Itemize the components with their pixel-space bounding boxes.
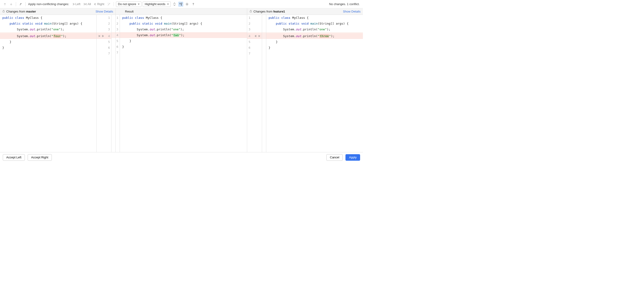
- separator: [25, 2, 26, 6]
- code-line: }: [120, 44, 247, 50]
- gutter-strip: [112, 38, 116, 44]
- code-line: System.out.println("four");: [0, 33, 96, 39]
- apply-label: Apply non-conflicting changes:: [28, 2, 69, 6]
- right-pane[interactable]: public class MyClass { public static voi…: [266, 15, 363, 152]
- footer: Accept Left Accept Right Cancel Apply: [0, 152, 363, 162]
- left-header: Changes from master Show Details: [0, 8, 116, 15]
- code-line: public class MyClass {: [0, 15, 96, 21]
- gutter-line: 1: [247, 15, 262, 21]
- gutter-line: 3: [247, 26, 262, 32]
- diff-body: public class MyClass { public static voi…: [0, 15, 363, 152]
- separator: [16, 2, 16, 6]
- ignore-icon[interactable]: [98, 35, 100, 37]
- right-title: Changes from feature1: [254, 10, 342, 13]
- apply-right-link[interactable]: Right: [93, 2, 105, 6]
- gutter-line: 2: [247, 21, 262, 26]
- code-line: }: [266, 45, 363, 51]
- pane-headers: Changes from master Show Details Result …: [0, 8, 363, 15]
- gutter-line: 6: [116, 44, 120, 50]
- lock-icon: [250, 10, 252, 13]
- code-line: System.out.println("one");: [266, 26, 363, 32]
- gutter-strip: [112, 26, 116, 32]
- gutter-line: 3: [116, 26, 120, 32]
- gutter-strip: [112, 44, 116, 50]
- gutter-line: 6: [97, 45, 111, 51]
- result-header: Result: [116, 8, 247, 15]
- code-line: public static void main(String[] args) {: [266, 21, 363, 26]
- code-line: System.out.println("one");: [0, 26, 96, 32]
- gutter-line: 4: [97, 33, 111, 39]
- code-line: public class MyClass {: [266, 15, 363, 21]
- cancel-button[interactable]: Cancel: [326, 154, 343, 161]
- svg-rect-2: [3, 11, 4, 12]
- code-line: }: [120, 38, 247, 44]
- settings-icon[interactable]: [184, 2, 190, 7]
- magic-resolve-icon[interactable]: [106, 2, 112, 7]
- lock-icon: [2, 10, 5, 13]
- gutter-line: 4: [247, 33, 262, 39]
- code-line: [120, 50, 247, 55]
- code-line: public class MyClass {: [120, 15, 247, 21]
- gutter-strip: [262, 51, 266, 56]
- apply-button[interactable]: Apply: [346, 154, 360, 161]
- gutter-line: 5: [247, 39, 262, 45]
- gutter-strip: [262, 33, 266, 39]
- accept-right-button[interactable]: Accept Right: [28, 154, 52, 161]
- sync-scroll-icon[interactable]: [178, 2, 183, 7]
- separator: [114, 2, 114, 6]
- show-details-right[interactable]: Show Details: [343, 10, 360, 13]
- accept-icon[interactable]: [254, 35, 258, 37]
- svg-point-1: [186, 4, 188, 5]
- gutter-line: 1: [97, 15, 111, 21]
- code-line: }: [0, 39, 96, 45]
- code-line: [0, 51, 96, 56]
- accept-icon[interactable]: [101, 35, 104, 37]
- code-line: System.out.println("two");: [120, 32, 247, 38]
- apply-left-link[interactable]: Left: [71, 2, 81, 6]
- collapse-icon[interactable]: [172, 2, 177, 7]
- left-pane[interactable]: public class MyClass { public static voi…: [0, 15, 97, 152]
- code-line: System.out.println("three");: [266, 33, 363, 39]
- gutter-line: 2: [97, 21, 111, 26]
- gutter-line: 3: [97, 26, 111, 32]
- code-line: }: [266, 39, 363, 45]
- next-diff-icon[interactable]: [8, 2, 14, 7]
- gutter-strip: [112, 50, 116, 55]
- gutter-strip: [112, 32, 116, 38]
- right-header: Changes from feature1 Show Details: [247, 8, 363, 15]
- accept-left-button[interactable]: Accept Left: [3, 154, 25, 161]
- gutter-line: 7: [116, 50, 120, 55]
- gutter-line: 7: [97, 51, 111, 56]
- toolbar: Apply non-conflicting changes: Left All …: [0, 0, 363, 8]
- prev-diff-icon[interactable]: [2, 2, 8, 7]
- show-details-left[interactable]: Show Details: [96, 10, 113, 13]
- compare-icon[interactable]: [18, 2, 23, 7]
- code-line: public static void main(String[] args) {: [0, 21, 96, 26]
- left-gutter: 1234567: [97, 15, 112, 152]
- gutter-strip: [262, 15, 266, 21]
- apply-all-link[interactable]: All: [82, 2, 92, 6]
- svg-point-0: [181, 3, 182, 4]
- left-title: Changes from master: [6, 10, 94, 13]
- code-line: [266, 51, 363, 56]
- gutter-line: 2: [116, 21, 120, 26]
- ignore-icon[interactable]: [258, 35, 260, 37]
- right-marker: [262, 15, 266, 152]
- code-line: public static void main(String[] args) {: [120, 21, 247, 26]
- gutter-strip: [262, 21, 266, 26]
- svg-rect-3: [250, 11, 252, 12]
- gutter-line: 1: [116, 15, 120, 21]
- right-gutter: 1234567: [247, 15, 262, 152]
- gutter-strip: [262, 45, 266, 51]
- highlight-select[interactable]: Highlight words: [143, 1, 171, 7]
- gutter-line: 4: [116, 32, 120, 38]
- status-text: No changes. 1 conflict.: [329, 2, 360, 6]
- code-line: System.out.println("one");: [120, 26, 247, 32]
- mid-pane[interactable]: public class MyClass { public static voi…: [120, 15, 247, 152]
- help-icon[interactable]: [191, 2, 196, 7]
- gutter-line: 7: [247, 51, 262, 56]
- gutter-strip: [112, 15, 116, 21]
- gutter-line: 6: [247, 45, 262, 51]
- ignore-select[interactable]: Do not ignore: [116, 1, 142, 7]
- mid-gutter-left: [112, 15, 116, 152]
